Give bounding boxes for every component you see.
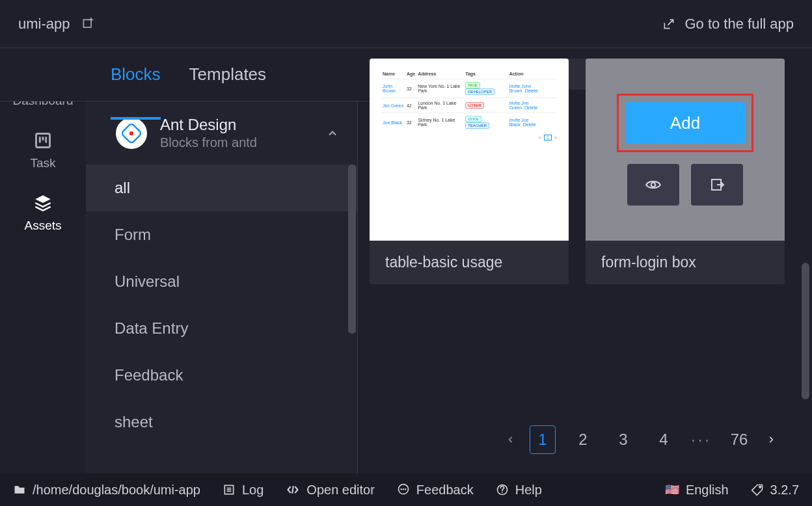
category-item-universal[interactable]: Universal xyxy=(86,258,357,305)
add-highlight-box: Add xyxy=(617,94,753,152)
category-scrollbar[interactable] xyxy=(348,165,356,334)
log-label: Log xyxy=(242,483,264,498)
mini-table-preview: Name Age Address Tags Action John Brown3… xyxy=(370,59,569,150)
source-title: Ant Design xyxy=(160,116,313,134)
chevron-left-icon xyxy=(506,433,515,447)
chevron-up-icon xyxy=(326,127,339,140)
left-nav: Dashboard Task Assets xyxy=(0,48,86,473)
add-block-button[interactable]: Add xyxy=(625,102,745,144)
language-selector[interactable]: 🇺🇸 English xyxy=(665,483,729,498)
tag-icon xyxy=(751,483,764,496)
antd-logo-icon xyxy=(122,124,141,143)
version-badge[interactable]: 3.2.7 xyxy=(751,483,799,498)
svg-rect-0 xyxy=(84,20,92,27)
nav-label: Assets xyxy=(24,219,61,233)
feedback-button[interactable]: Feedback xyxy=(397,483,474,498)
code-icon xyxy=(286,483,300,496)
bottom-bar: /home/douglas/book/umi-app Log Open edit… xyxy=(0,473,812,506)
category-item-all[interactable]: all xyxy=(86,165,357,211)
open-editor-button[interactable]: Open editor xyxy=(286,483,375,498)
category-item-data-entry[interactable]: Data Entry xyxy=(86,305,357,352)
category-item-form[interactable]: Form xyxy=(86,211,357,258)
chevron-right-icon xyxy=(766,433,776,447)
help-icon xyxy=(496,483,509,496)
external-icon[interactable] xyxy=(81,18,94,31)
page-ellipsis[interactable]: ··· xyxy=(691,431,712,449)
project-path-text: /home/douglas/book/umi-app xyxy=(33,483,200,498)
block-card-table-basic[interactable]: Name Age Address Tags Action John Brown3… xyxy=(370,59,569,284)
nav-item-assets[interactable]: Assets xyxy=(24,194,61,233)
block-card-form-login[interactable]: Add form-login box xyxy=(586,59,785,284)
page-3[interactable]: 3 xyxy=(610,425,636,454)
flag-icon: 🇺🇸 xyxy=(665,483,679,497)
full-app-link[interactable]: Go to the full app xyxy=(662,16,794,33)
page-last[interactable]: 76 xyxy=(726,425,752,454)
export-icon xyxy=(709,177,725,193)
page-next[interactable] xyxy=(766,433,776,447)
open-editor-label: Open editor xyxy=(306,483,375,498)
category-item-feedback[interactable]: Feedback xyxy=(86,352,357,399)
pagination: 1 2 3 4 ··· 76 xyxy=(506,425,776,454)
tab-blocks[interactable]: Blocks xyxy=(111,64,161,100)
source-text: Ant Design Blocks from antd xyxy=(160,116,313,150)
secondary-panel: Blocks Templates Ant Design Blocks from … xyxy=(86,48,358,473)
open-external-button[interactable] xyxy=(691,164,743,206)
chat-icon xyxy=(397,483,410,496)
eye-icon xyxy=(645,176,662,193)
language-label: English xyxy=(686,483,729,498)
page-prev[interactable] xyxy=(506,433,515,447)
help-label: Help xyxy=(515,483,542,498)
page-4[interactable]: 4 xyxy=(651,425,677,454)
help-button[interactable]: Help xyxy=(496,483,542,498)
svg-point-9 xyxy=(651,183,656,187)
log-button[interactable]: Log xyxy=(223,483,264,498)
source-logo xyxy=(116,118,147,149)
card-preview: Add xyxy=(586,59,785,241)
page-2[interactable]: 2 xyxy=(570,425,596,454)
card-title: table-basic usage xyxy=(370,241,569,284)
tab-templates[interactable]: Templates xyxy=(189,64,267,100)
project-path[interactable]: /home/douglas/book/umi-app xyxy=(13,483,200,498)
nav-item-task[interactable]: Task xyxy=(30,131,55,170)
feedback-label: Feedback xyxy=(416,483,474,498)
card-preview: Name Age Address Tags Action John Brown3… xyxy=(370,59,569,241)
card-title: form-login box xyxy=(586,241,785,284)
list-icon xyxy=(223,483,236,496)
content-scrollbar[interactable] xyxy=(802,263,809,399)
svg-point-14 xyxy=(759,486,761,488)
nav-label: Task xyxy=(30,156,55,170)
category-list: all Form Universal Data Entry Feedback s… xyxy=(86,165,357,446)
version-label: 3.2.7 xyxy=(770,483,799,498)
app-title: umi-app xyxy=(18,16,70,33)
full-app-link-label: Go to the full app xyxy=(684,16,794,33)
source-header[interactable]: Ant Design Blocks from antd xyxy=(86,101,357,165)
content-area: Name Age Address Tags Action John Brown3… xyxy=(358,48,812,473)
source-subtitle: Blocks from antd xyxy=(160,135,313,150)
category-item-sheet[interactable]: sheet xyxy=(86,399,357,446)
cards-row: Name Age Address Tags Action John Brown3… xyxy=(370,59,800,284)
folder-icon xyxy=(13,483,26,496)
preview-button[interactable] xyxy=(627,164,679,206)
app-title-group: umi-app xyxy=(18,16,94,33)
card-overlay: Add xyxy=(586,59,785,241)
layers-icon xyxy=(34,194,52,212)
share-arrow-icon xyxy=(662,18,675,31)
svg-point-8 xyxy=(129,131,133,135)
top-bar: umi-app Go to the full app xyxy=(0,0,812,48)
page-1[interactable]: 1 xyxy=(530,425,556,454)
board-icon xyxy=(34,131,52,150)
